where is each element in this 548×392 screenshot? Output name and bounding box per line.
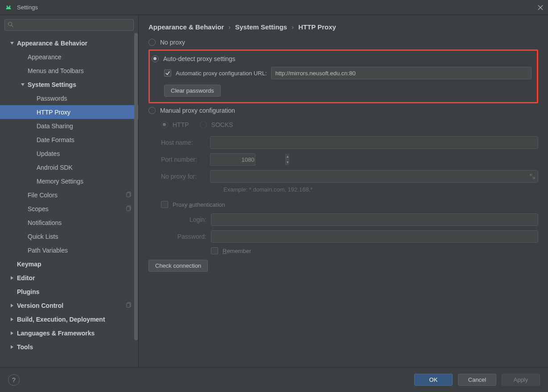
chevron-right-icon: › — [228, 23, 231, 31]
radio-no-proxy[interactable]: No proxy — [148, 39, 538, 46]
android-studio-icon — [4, 4, 12, 12]
sidebar-item[interactable]: Plugins — [0, 285, 138, 298]
chevron-right-icon — [9, 275, 15, 281]
sidebar-item[interactable]: Appearance & Behavior — [0, 36, 138, 50]
sidebar-item-label: Keymap — [17, 261, 138, 268]
close-icon[interactable] — [537, 4, 544, 11]
sidebar-item[interactable]: System Settings — [0, 78, 138, 91]
expand-icon[interactable] — [529, 173, 536, 181]
radio-socks[interactable]: SOCKS — [200, 121, 233, 128]
sidebar-item[interactable]: Quick Lists — [0, 229, 138, 243]
sidebar-item[interactable]: Appearance — [0, 50, 138, 64]
sidebar-item-label: Android SDK — [37, 164, 138, 171]
svg-marker-15 — [11, 331, 13, 335]
port-number-stepper[interactable]: ▲ ▼ — [210, 153, 255, 166]
sidebar-item[interactable]: Updates — [0, 147, 138, 160]
clear-passwords-button[interactable]: Clear passwords — [164, 85, 221, 97]
login-input[interactable] — [211, 213, 538, 226]
chevron-right-icon — [9, 330, 15, 336]
sidebar-item[interactable]: Languages & Frameworks — [0, 326, 138, 340]
port-number-input[interactable] — [210, 154, 285, 165]
sidebar-item-label: Date Formats — [37, 136, 138, 143]
breadcrumb-item[interactable]: Appearance & Behavior — [148, 23, 224, 31]
svg-rect-13 — [127, 303, 130, 307]
radio-icon — [148, 107, 156, 114]
search-icon — [8, 21, 14, 28]
search-input[interactable] — [4, 19, 134, 31]
chevron-right-icon: › — [292, 23, 294, 31]
password-input[interactable] — [211, 230, 538, 243]
highlighted-section: Auto-detect proxy settings Automatic pro… — [148, 49, 538, 103]
sidebar-item-label: Path Variables — [28, 247, 138, 254]
check-connection-button[interactable]: Check connection — [148, 260, 208, 272]
sidebar-item[interactable]: Android SDK — [0, 160, 138, 174]
sidebar-item-label: Build, Execution, Deployment — [17, 316, 138, 323]
sidebar-item[interactable]: Build, Execution, Deployment — [0, 312, 138, 326]
stepper-down-icon[interactable]: ▼ — [286, 160, 289, 166]
svg-marker-14 — [11, 318, 13, 321]
sidebar-item-label: Appearance — [28, 53, 138, 61]
svg-rect-7 — [127, 192, 130, 196]
checkbox-pac-url[interactable] — [164, 69, 171, 77]
sidebar-item[interactable]: Scopes — [0, 202, 138, 216]
sidebar-item[interactable]: Keymap — [0, 257, 138, 271]
sidebar-item-label: HTTP Proxy — [37, 109, 138, 116]
dialog-footer: ? OK Cancel Apply — [0, 367, 548, 392]
radio-label: No proxy — [160, 39, 185, 46]
no-proxy-for-input[interactable] — [210, 170, 538, 183]
sidebar-item[interactable]: File Colors — [0, 188, 138, 202]
cancel-button[interactable]: Cancel — [458, 374, 496, 386]
login-label: Login: — [171, 216, 206, 223]
stepper-up-icon[interactable]: ▲ — [286, 154, 289, 160]
checkbox-remember[interactable] — [211, 247, 218, 254]
sidebar-item-label: File Colors — [28, 192, 126, 199]
titlebar: Settings — [0, 0, 548, 15]
sidebar-item-label: Updates — [37, 150, 138, 157]
breadcrumb-item: HTTP Proxy — [298, 23, 336, 31]
sidebar-item-label: Menus and Toolbars — [28, 67, 138, 74]
sidebar-item[interactable]: Menus and Toolbars — [0, 64, 138, 78]
sidebar-item-label: Editor — [17, 274, 138, 282]
sidebar-item[interactable]: Passwords — [0, 91, 138, 105]
sidebar-item[interactable]: Path Variables — [0, 243, 138, 257]
sidebar-item[interactable]: Date Formats — [0, 133, 138, 147]
sidebar-item-label: Passwords — [37, 95, 138, 102]
pac-url-label: Automatic proxy configuration URL: — [176, 70, 267, 77]
scope-copy-icon — [126, 192, 132, 199]
sidebar-item[interactable]: HTTP Proxy — [0, 105, 138, 119]
sidebar-item[interactable]: Version Control — [0, 298, 138, 312]
sidebar-item[interactable]: Tools — [0, 340, 138, 354]
host-name-label: Host name: — [161, 139, 206, 146]
checkbox-proxy-auth[interactable] — [161, 201, 168, 208]
radio-icon — [148, 39, 156, 46]
radio-label: HTTP — [173, 121, 189, 128]
svg-marker-5 — [21, 83, 25, 86]
radio-icon — [200, 121, 207, 128]
settings-tree: Appearance & BehaviorAppearanceMenus and… — [0, 34, 138, 367]
radio-icon — [152, 55, 159, 62]
svg-point-2 — [8, 22, 12, 26]
sidebar-scrollbar[interactable] — [134, 33, 138, 340]
radio-http[interactable]: HTTP — [161, 121, 189, 128]
password-label: Password: — [171, 233, 206, 240]
sidebar-item[interactable]: Data Sharing — [0, 119, 138, 133]
pac-url-input[interactable] — [271, 67, 532, 79]
sidebar-item[interactable]: Notifications — [0, 216, 138, 229]
breadcrumb-item[interactable]: System Settings — [235, 23, 287, 31]
breadcrumb: Appearance & Behavior › System Settings … — [148, 23, 538, 31]
host-name-input[interactable] — [210, 136, 538, 149]
sidebar-item-label: Version Control — [17, 302, 126, 309]
svg-marker-10 — [11, 276, 13, 280]
sidebar-item-label: Scopes — [28, 205, 126, 212]
chevron-down-icon — [20, 82, 26, 88]
radio-label: SOCKS — [211, 121, 233, 128]
radio-auto-detect[interactable]: Auto-detect proxy settings — [152, 55, 532, 62]
apply-button[interactable]: Apply — [502, 374, 540, 386]
ok-button[interactable]: OK — [414, 374, 453, 386]
radio-label: Manual proxy configuration — [160, 107, 235, 114]
sidebar-item[interactable]: Editor — [0, 271, 138, 285]
svg-marker-16 — [11, 345, 13, 349]
sidebar-item[interactable]: Memory Settings — [0, 174, 138, 188]
radio-manual-proxy[interactable]: Manual proxy configuration — [148, 107, 538, 114]
help-button[interactable]: ? — [8, 374, 20, 386]
